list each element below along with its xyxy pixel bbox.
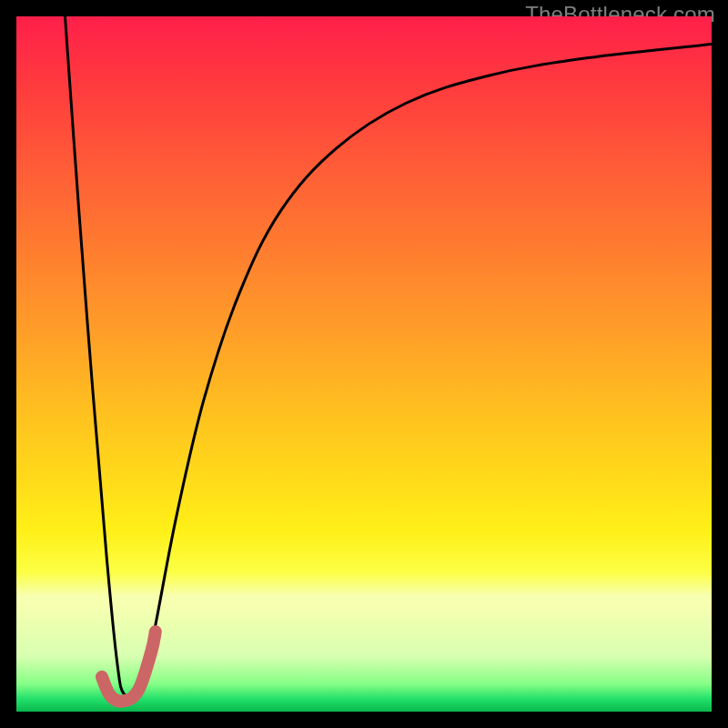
chart-frame: TheBottleneck.com	[0, 0, 728, 728]
chart-plot-area	[16, 16, 712, 712]
chart-curves-svg	[16, 16, 712, 712]
thick-red-hook	[102, 632, 156, 702]
thin-black-curve	[65, 16, 712, 698]
